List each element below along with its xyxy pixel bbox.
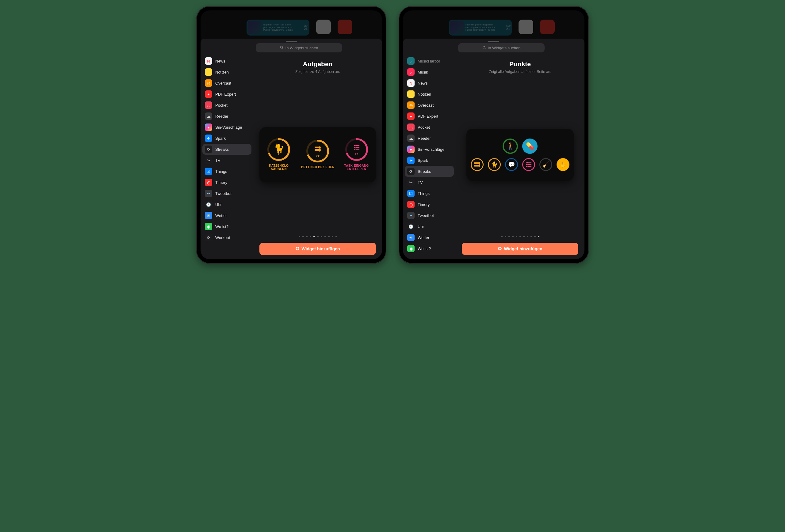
- app-row-spark[interactable]: ✈Spark: [202, 133, 251, 144]
- app-row-news[interactable]: NNews: [405, 78, 454, 88]
- app-row-siri-vorschl-ge[interactable]: ●Siri-Vorschläge: [405, 144, 454, 155]
- page-dot[interactable]: [531, 236, 532, 237]
- music-release-date: SEP 21: [506, 25, 511, 31]
- page-dot[interactable]: [317, 236, 319, 237]
- page-dot[interactable]: [306, 236, 308, 237]
- page-dot[interactable]: [501, 236, 503, 237]
- app-row-wo-ist-[interactable]: ◉Wo ist?: [405, 243, 454, 254]
- search-input[interactable]: In Widgets suchen: [458, 43, 545, 52]
- task-label: BETT NEU BEZIEHEN: [301, 165, 334, 169]
- ipad-left: Nightfall (From "Big Bend (An Original S…: [196, 6, 386, 264]
- app-list-left[interactable]: NNewsNotizen◎Overcast●PDF Expert◡Pocket☁…: [201, 55, 253, 259]
- app-icon: [205, 68, 212, 76]
- app-row-spark[interactable]: ✈Spark: [405, 155, 454, 166]
- music-widget: Nightfall (From "Big Bend (An Original S…: [449, 20, 512, 35]
- app-label: MusicHarbor: [417, 59, 440, 63]
- search-placeholder: In Widgets suchen: [285, 46, 318, 50]
- page-dot[interactable]: [302, 236, 304, 237]
- add-widget-label: Widget hinzufügen: [301, 246, 340, 251]
- punkte-circle-icon: 🐈: [488, 158, 501, 171]
- page-dot[interactable]: [299, 236, 300, 237]
- page-dot[interactable]: [313, 236, 315, 237]
- app-label: Pocket: [215, 103, 228, 108]
- app-row-things[interactable]: ☑Things: [202, 166, 251, 177]
- app-row-wetter[interactable]: ☀Wetter: [405, 232, 454, 243]
- page-dots[interactable]: [501, 236, 539, 237]
- app-icon: ⟳: [205, 145, 212, 153]
- page-dot[interactable]: [523, 236, 525, 237]
- app-label: Musik: [417, 70, 428, 75]
- music-release-date: SEP 21: [304, 25, 308, 31]
- app-row-wetter[interactable]: ☀Wetter: [202, 210, 251, 221]
- app-row-pdf-expert[interactable]: ●PDF Expert: [405, 111, 454, 122]
- app-row-reeder[interactable]: ☁Reeder: [202, 111, 251, 122]
- app-row-workout[interactable]: ⟳Workout: [202, 232, 251, 243]
- app-label: Streaks: [215, 147, 229, 152]
- add-widget-button[interactable]: Widget hinzufügen: [259, 243, 376, 255]
- widget-preview-punkte[interactable]: 🚶💊🐈💬🧹✋: [466, 129, 574, 181]
- app-row-streaks[interactable]: ⟳Streaks: [405, 166, 454, 177]
- app-icon: tv: [407, 179, 414, 186]
- page-dot[interactable]: [310, 236, 311, 237]
- punkte-circle-icon: [522, 158, 535, 171]
- app-label: Workout: [215, 235, 230, 240]
- app-row-pdf-expert[interactable]: ●PDF Expert: [202, 88, 251, 100]
- app-list-right[interactable]: ♪MusicHarbor♪MusikNNewsNotizen◎Overcast●…: [403, 55, 456, 259]
- app-row-pocket[interactable]: ◡Pocket: [202, 100, 251, 111]
- app-icon: ☁: [205, 112, 212, 120]
- app-row-tv[interactable]: tvTV: [202, 155, 251, 166]
- app-label: TV: [215, 158, 221, 163]
- app-row-wo-ist-[interactable]: ◉Wo ist?: [202, 221, 251, 232]
- app-row-reeder[interactable]: ☁Reeder: [405, 133, 454, 144]
- app-icon: ●: [205, 124, 212, 131]
- page-dot[interactable]: [538, 236, 539, 237]
- app-row-overcast[interactable]: ◎Overcast: [405, 100, 454, 111]
- page-dot[interactable]: [324, 236, 326, 237]
- page-dots[interactable]: [299, 236, 337, 237]
- app-row-uhr[interactable]: 🕙Uhr: [202, 199, 251, 210]
- page-dot[interactable]: [520, 236, 521, 237]
- app-row-musicharbor[interactable]: ♪MusicHarbor: [405, 55, 454, 66]
- app-row-tweetbot[interactable]: ••Tweetbot: [405, 210, 454, 221]
- album-art-icon: [248, 21, 261, 34]
- app-row-tweetbot[interactable]: ••Tweetbot: [202, 188, 251, 199]
- page-dot[interactable]: [512, 236, 514, 237]
- app-label: Things: [417, 191, 430, 196]
- page-dot[interactable]: [534, 236, 536, 237]
- app-icon: ◎: [205, 79, 212, 87]
- app-row-tv[interactable]: tvTV: [405, 177, 454, 188]
- page-dot[interactable]: [516, 236, 517, 237]
- page-dot[interactable]: [332, 236, 333, 237]
- page-dot[interactable]: [328, 236, 330, 237]
- screen-right: Nightfall (From "Big Bend (An Original S…: [403, 10, 584, 259]
- app-label: Uhr: [215, 202, 222, 207]
- app-row-things[interactable]: ☑Things: [405, 188, 454, 199]
- page-dot[interactable]: [527, 236, 528, 237]
- page-dot[interactable]: [508, 236, 510, 237]
- app-row-notizen[interactable]: Notizen: [405, 88, 454, 100]
- app-row-musik[interactable]: ♪Musik: [405, 66, 454, 78]
- page-dot[interactable]: [335, 236, 337, 237]
- app-row-pocket[interactable]: ◡Pocket: [405, 122, 454, 133]
- bg-app-icon: [316, 20, 331, 34]
- app-icon: N: [205, 57, 212, 65]
- svg-rect-25: [479, 166, 480, 166]
- page-dot[interactable]: [321, 236, 322, 237]
- app-row-overcast[interactable]: ◎Overcast: [202, 78, 251, 88]
- widget-detail-right: Punkte Zeigt alle Aufgaben auf einer Sei…: [456, 55, 584, 259]
- app-label: Things: [215, 169, 227, 174]
- search-input[interactable]: In Widgets suchen: [256, 43, 342, 52]
- page-dot[interactable]: [505, 236, 506, 237]
- app-icon: N: [407, 79, 414, 87]
- widget-subtitle: Zeigt alle Aufgaben auf einer Seite an.: [489, 70, 551, 74]
- app-row-timery[interactable]: ◷Timery: [202, 177, 251, 188]
- add-widget-label: Widget hinzufügen: [504, 246, 542, 251]
- app-row-timery[interactable]: ◷Timery: [405, 199, 454, 210]
- app-row-news[interactable]: NNews: [202, 55, 251, 66]
- widget-preview-aufgaben[interactable]: 🐈2KATZENKLO SÄUBERN7★BETT NEU BEZIEHEN23…: [259, 127, 376, 182]
- app-row-uhr[interactable]: 🕙Uhr: [405, 221, 454, 232]
- app-row-streaks[interactable]: ⟳Streaks: [202, 144, 251, 155]
- app-row-siri-vorschl-ge[interactable]: ●Siri-Vorschläge: [202, 122, 251, 133]
- add-widget-button[interactable]: Widget hinzufügen: [462, 243, 578, 255]
- app-row-notizen[interactable]: Notizen: [202, 66, 251, 78]
